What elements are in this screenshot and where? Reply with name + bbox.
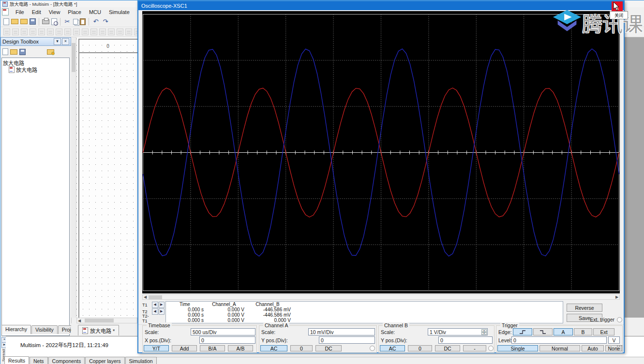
place-ttl-icon[interactable] [47,29,54,35]
open-file-icon[interactable] [11,19,18,24]
resize-grip[interactable] [616,345,623,351]
readout-channel-a: 0.000 V [204,318,244,323]
place-source-icon[interactable] [3,29,10,35]
place-mixed-icon[interactable] [73,29,80,35]
place-power-icon[interactable] [90,29,97,35]
channel-b-scale-field[interactable]: 1 V/Div ▲▼ [428,328,488,335]
toolbox-open-icon[interactable] [10,49,17,55]
cursor-right-icon[interactable]: ▶ [159,308,165,315]
mode-a-b[interactable]: A/B [228,345,253,351]
toolbox-new-icon[interactable] [2,48,8,55]
menu-mcu[interactable]: MCU [85,8,105,16]
place-transistor-icon[interactable] [30,29,36,35]
channel-a-scale-field[interactable]: 10 mV/Div [308,328,375,335]
open-samples-icon[interactable] [20,19,28,24]
oscilloscope-title: Oscilloscope-XSC1 [141,3,187,9]
redo-icon[interactable]: ↷ [102,18,109,25]
tab-components[interactable]: Components [48,357,85,364]
copy-icon[interactable] [73,19,78,25]
toolbox-close-icon[interactable] [28,48,35,56]
tree-item-root[interactable]: 放大电路 [3,59,68,66]
scope-hscrollbar[interactable]: ◀ ▶ [142,294,620,300]
readout-column-2: Channel_A [204,302,244,307]
paste-icon[interactable] [80,18,86,25]
place-advanced-peripherals-icon[interactable] [108,29,115,35]
print-icon[interactable] [42,19,49,24]
coupling-a-dc[interactable]: DC [315,345,342,351]
tab-hierarchy[interactable]: Hierarchy [1,325,31,334]
cursor-left-icon[interactable]: ◀ [152,308,158,315]
trigger-mode-normal[interactable]: Normal [539,345,580,351]
tab-results[interactable]: Results [4,356,29,364]
close-icon[interactable]: × [62,38,69,45]
tab-nets[interactable]: Nets [30,357,48,364]
place-indicator-icon[interactable] [82,29,89,35]
channel-a-radio[interactable] [370,346,375,351]
scroll-right-icon[interactable]: ▶ [614,295,619,299]
scroll-left-icon[interactable]: ◀ [77,319,82,323]
channel-a-ypos-field[interactable]: 0 [319,336,375,344]
oscilloscope-titlebar[interactable]: Oscilloscope-XSC1 [138,1,624,10]
tab-visibility[interactable]: Visibility [31,325,58,334]
tab-copper-layers[interactable]: Copper layers [85,357,124,364]
ypos-label: Y pos.(Div): [381,336,407,344]
dock-icon[interactable]: ▾ [54,38,61,45]
coupling-b-ac[interactable]: AC [380,345,405,351]
toolbox-save-icon[interactable] [19,49,26,55]
trigger-level-field[interactable]: 0 [511,336,607,344]
cursor-right-icon[interactable]: ▶ [159,302,165,308]
tree-item-sheet[interactable]: 放大电路 [3,66,68,73]
canvas-hscrollbar[interactable]: ◀ [76,318,137,323]
canvas-vscrollbar[interactable] [71,37,76,318]
cursor-controls: T1◀▶T2◀▶T2-T1 [142,302,165,323]
edge-ext[interactable]: Ext [593,328,614,335]
menu-view[interactable]: View [45,8,64,16]
channel-b-ypos-field[interactable]: 0 [438,336,493,344]
place-diode-icon[interactable] [21,29,28,35]
trigger-mode-auto[interactable]: Auto [582,345,604,351]
print-preview-icon[interactable] [51,18,57,25]
place-cmos-icon[interactable] [56,29,62,35]
tab-simulation[interactable]: Simulation [125,357,157,364]
coupling-a-ac[interactable]: AC [260,345,287,351]
toolbox-versions-icon[interactable] [47,49,54,55]
edge-falling-edge[interactable] [533,328,553,335]
edge-rising-edge[interactable] [513,328,532,335]
place-analog-icon[interactable] [38,29,45,35]
document-tab[interactable]: 放大电路 * [78,325,119,335]
spinner[interactable]: ▲▼ [481,329,487,335]
menu-simulate[interactable]: Simulate [105,8,134,16]
edge-a[interactable]: A [554,328,573,335]
channel-b-radio[interactable] [488,346,494,351]
schematic-sheet[interactable]: 0 [76,37,137,318]
toolbox-prop-icon[interactable] [37,48,45,56]
edge-b[interactable]: B [574,328,592,335]
ext-trigger-radio[interactable] [617,317,622,322]
timebase-scale-field[interactable]: 500 us/Div [191,328,255,335]
new-file-icon[interactable] [3,18,9,25]
menu-file[interactable]: File [12,8,28,16]
place-basic-icon[interactable] [12,29,19,35]
coupling-b--[interactable]: - [463,345,486,351]
place-misc-digital-icon[interactable] [64,29,71,35]
menu-place[interactable]: Place [64,8,85,16]
place-rf-icon[interactable] [117,29,123,35]
trigger-mode-single[interactable]: Single [497,345,538,351]
undo-icon[interactable]: ↶ [92,18,100,25]
timebase-xpos-field[interactable]: 0 [199,336,255,344]
mode-add[interactable]: Add [172,345,197,351]
coupling-b-0[interactable]: 0 [408,345,432,351]
mode-y-t[interactable]: Y/T [144,345,169,351]
save-icon[interactable] [30,18,36,25]
place-electromechanical-icon[interactable] [125,29,132,35]
channel-b-legend: Channel B [383,322,409,328]
cursor-left-icon[interactable]: ◀ [152,302,158,308]
menu-edit[interactable]: Edit [28,8,45,16]
scroll-left-icon[interactable]: ◀ [143,295,148,299]
cut-icon[interactable]: ✂ [63,18,71,25]
mode-b-a[interactable]: B/A [200,345,225,351]
coupling-b-dc[interactable]: DC [435,345,460,351]
place-misc-icon[interactable] [99,29,106,35]
coupling-a-0[interactable]: 0 [290,345,313,351]
reverse-button[interactable]: Reverse [567,304,602,312]
